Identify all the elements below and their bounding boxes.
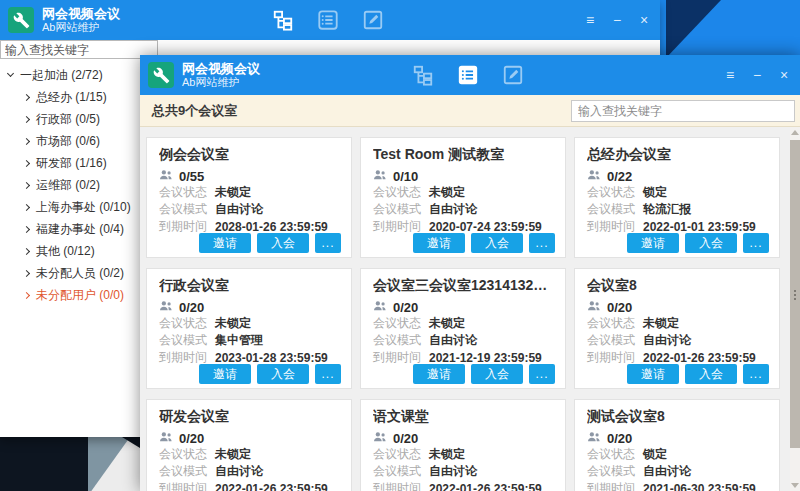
join-button[interactable]: 入会: [471, 364, 523, 384]
invite-button[interactable]: 邀请: [627, 233, 679, 253]
mode-value: 自由讨论: [429, 332, 477, 349]
meeting-room-card: 会议室三会议室123141324141三会... 0/20 会议状态未锁定 会议…: [360, 268, 566, 389]
close-button[interactable]: ×: [636, 12, 652, 28]
mode-value: 自由讨论: [215, 201, 263, 218]
tree-item[interactable]: 市场部 (0/6): [0, 130, 140, 152]
search-input[interactable]: [0, 40, 158, 59]
status-value: 未锁定: [215, 315, 251, 332]
tree-item-label: 其他 (0/12): [36, 243, 95, 260]
room-count-summary: 总共9个会议室: [152, 95, 237, 126]
invite-button[interactable]: 邀请: [627, 364, 679, 384]
chevron-right-icon: [23, 181, 30, 188]
join-button[interactable]: 入会: [257, 364, 309, 384]
mode-label: 会议模式: [587, 201, 643, 218]
chevron-right-icon: [23, 203, 30, 210]
more-button[interactable]: ...: [529, 364, 555, 384]
more-button[interactable]: ...: [529, 233, 555, 253]
room-search-input[interactable]: [571, 100, 795, 122]
wrench-icon: [153, 67, 170, 84]
app-subtitle: Ab网站维护: [182, 76, 260, 89]
join-button[interactable]: 入会: [685, 233, 737, 253]
tree-item-label: 上海办事处 (0/10): [36, 199, 131, 216]
room-title: 总经办会议室: [587, 146, 767, 164]
meeting-room-card: Test Room 测试教室 0/10 会议状态未锁定 会议模式自由讨论 到期时…: [360, 137, 566, 258]
tree-item-label: 总经办 (1/15): [36, 89, 107, 106]
tree-item[interactable]: 上海办事处 (0/10): [0, 196, 140, 218]
tree-item[interactable]: 总经办 (1/15): [0, 86, 140, 108]
meeting-list-icon[interactable]: [317, 9, 339, 31]
wrench-icon: [13, 12, 30, 29]
more-button[interactable]: ...: [315, 364, 341, 384]
status-value: 未锁定: [643, 315, 679, 332]
menu-button[interactable]: ≡: [582, 12, 598, 28]
participant-count: 0/22: [607, 169, 632, 184]
mode-value: 集中管理: [215, 332, 263, 349]
expire-value: 2020-07-24 23:59:59: [429, 220, 542, 234]
scrollbar-thumb[interactable]: [790, 140, 800, 448]
status-value: 锁定: [643, 184, 667, 201]
participant-count: 0/10: [393, 169, 418, 184]
join-button[interactable]: 入会: [685, 364, 737, 384]
meeting-room-card: 语文课堂 0/20 会议状态未锁定 会议模式自由讨论 到期时间2022-01-2…: [360, 399, 566, 491]
more-button[interactable]: ...: [315, 233, 341, 253]
outer-titlebar[interactable]: 网会视频会议 Ab网站维护 ≡ − ×: [0, 0, 660, 40]
more-button[interactable]: ...: [743, 233, 769, 253]
mode-value: 自由讨论: [429, 463, 477, 480]
room-title: 会议室8: [587, 277, 767, 295]
tree-item[interactable]: 运维部 (0/2): [0, 174, 140, 196]
tree-item-unassigned-users[interactable]: 未分配用户 (0/0): [0, 284, 140, 306]
mode-value: 自由讨论: [215, 463, 263, 480]
status-label: 会议状态: [587, 315, 643, 332]
participant-count: 0/20: [179, 431, 204, 446]
org-tree: 一起加油 (2/72) 总经办 (1/15) 行政部 (0/5) 市场部 (0/…: [0, 64, 140, 306]
status-value: 未锁定: [429, 315, 465, 332]
meeting-list-icon[interactable]: [457, 64, 479, 86]
expire-value: 2023-01-28 23:59:59: [215, 351, 328, 365]
invite-button[interactable]: 邀请: [413, 233, 465, 253]
scroll-up-icon[interactable]: [791, 130, 799, 135]
menu-button[interactable]: ≡: [722, 67, 738, 83]
scrollbar-grip-icon: [794, 294, 796, 296]
invite-button[interactable]: 邀请: [413, 364, 465, 384]
participants-icon: [587, 167, 601, 185]
tree-item-label: 未分配用户 (0/0): [36, 287, 124, 304]
close-button[interactable]: ×: [776, 67, 792, 83]
room-title: 行政会议室: [159, 277, 339, 295]
wallpaper-dark-shape: [0, 437, 88, 491]
compose-icon[interactable]: [362, 9, 384, 31]
status-value: 未锁定: [429, 446, 465, 463]
invite-button[interactable]: 邀请: [199, 364, 251, 384]
mode-label: 会议模式: [587, 332, 643, 349]
wallpaper-bottom-left: [0, 437, 140, 491]
room-title: 语文课堂: [373, 408, 553, 426]
more-button[interactable]: ...: [743, 364, 769, 384]
participant-count: 0/55: [179, 169, 204, 184]
scroll-down-icon[interactable]: [791, 483, 799, 488]
meeting-rooms-window: 网会视频会议 Ab网站维护 ≡ − × 总共9个会议室: [140, 55, 800, 491]
status-value: 未锁定: [215, 446, 251, 463]
mode-value: 自由讨论: [643, 463, 691, 480]
join-button[interactable]: 入会: [471, 233, 523, 253]
status-label: 会议状态: [373, 184, 429, 201]
tree-item[interactable]: 未分配人员 (0/2): [0, 262, 140, 284]
tree-item[interactable]: 福建办事处 (0/4): [0, 218, 140, 240]
vertical-scrollbar[interactable]: [790, 127, 800, 491]
tree-item[interactable]: 其他 (0/12): [0, 240, 140, 262]
mode-label: 会议模式: [159, 332, 215, 349]
expire-value: 2022-01-26 23:59:59: [429, 482, 542, 491]
org-chart-icon[interactable]: [412, 64, 434, 86]
join-button[interactable]: 入会: [257, 233, 309, 253]
mode-label: 会议模式: [373, 201, 429, 218]
org-chart-icon[interactable]: [272, 9, 294, 31]
minimize-button[interactable]: −: [749, 67, 765, 83]
tree-item[interactable]: 研发部 (1/16): [0, 152, 140, 174]
compose-icon[interactable]: [502, 64, 524, 86]
participants-icon: [159, 429, 173, 447]
tree-item-root[interactable]: 一起加油 (2/72): [0, 64, 140, 86]
chevron-right-icon: [23, 225, 30, 232]
tree-item[interactable]: 行政部 (0/5): [0, 108, 140, 130]
status-label: 会议状态: [159, 315, 215, 332]
minimize-button[interactable]: −: [609, 12, 625, 28]
inner-titlebar[interactable]: 网会视频会议 Ab网站维护 ≡ − ×: [140, 55, 800, 95]
invite-button[interactable]: 邀请: [199, 233, 251, 253]
